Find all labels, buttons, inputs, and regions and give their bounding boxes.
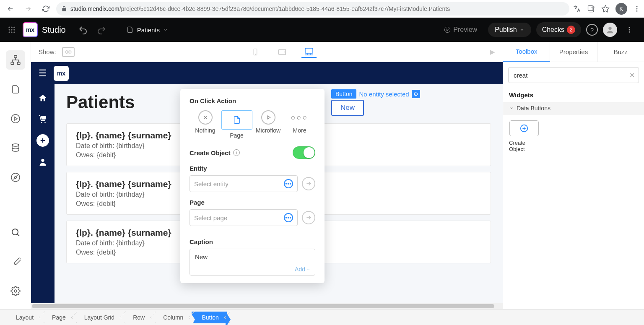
crumb-page[interactable]: Page — [42, 312, 74, 323]
crumb-column[interactable]: Column — [153, 312, 192, 323]
mendix-logo[interactable]: mx — [23, 22, 38, 37]
overflow-menu[interactable] — [622, 23, 636, 37]
studio-topbar: mx Studio Patients Preview Publish Check… — [0, 18, 644, 42]
rail-page-icon[interactable] — [6, 80, 25, 99]
show-label: Show: — [39, 48, 56, 55]
info-icon[interactable]: i — [233, 149, 240, 156]
crumb-button[interactable]: Button — [192, 312, 227, 323]
device-phone-icon[interactable] — [248, 46, 263, 58]
svg-rect-19 — [11, 62, 14, 64]
translate-icon[interactable] — [573, 5, 581, 13]
entity-picker-icon[interactable]: ••• — [284, 179, 293, 188]
studio-title: Studio — [42, 25, 66, 35]
svg-point-24 — [12, 229, 18, 235]
widgets-header: Widgets — [503, 88, 644, 102]
page-goto-icon[interactable] — [302, 211, 315, 224]
rail-brush-icon[interactable] — [6, 252, 25, 271]
back-button[interactable] — [3, 2, 18, 16]
create-object-toggle[interactable] — [293, 146, 315, 159]
profile-avatar[interactable]: K — [615, 3, 627, 15]
rail-play-icon[interactable] — [6, 109, 25, 128]
search-clear-icon[interactable]: ✕ — [629, 71, 635, 79]
toolbox-search-input[interactable] — [508, 67, 639, 83]
device-bar: Show: ▶ — [31, 42, 503, 62]
action-more[interactable]: ○○○ More — [284, 110, 315, 139]
horizontal-scrollbar[interactable] — [31, 303, 503, 309]
page-logo: mx — [54, 66, 69, 81]
rail-tree-icon[interactable] — [6, 50, 25, 70]
svg-point-25 — [14, 290, 17, 292]
forward-button[interactable] — [21, 2, 35, 16]
breadcrumb-bar: Layout Page Layout Grid Row Column Butto… — [0, 309, 644, 325]
publish-button[interactable]: Publish — [488, 23, 531, 37]
nav-cart-icon[interactable] — [37, 113, 49, 125]
tab-buzz[interactable]: Buzz — [597, 42, 644, 62]
selection-settings-icon[interactable]: ⚙ — [412, 90, 420, 98]
action-microflow[interactable]: Microflow — [252, 110, 284, 139]
nav-home-icon[interactable] — [37, 92, 49, 104]
widget-create-object[interactable]: Create Object — [503, 114, 545, 158]
page-label: Page — [190, 199, 315, 206]
page-doc-icon — [221, 110, 252, 130]
svg-point-30 — [285, 52, 285, 52]
on-click-action-panel: On Click Action Nothing Page Microflow — [180, 89, 325, 283]
right-panel: Toolbox Properties Buzz ✕ Widgets Data B… — [503, 42, 644, 309]
redo-button[interactable] — [96, 25, 106, 35]
canvas-next-arrow[interactable]: ▶ — [490, 48, 495, 56]
visibility-toggle[interactable] — [62, 47, 75, 57]
caption-input[interactable]: New Add — [190, 249, 315, 276]
checks-button[interactable]: Checks 2 — [536, 22, 581, 37]
panel-title: On Click Action — [190, 97, 315, 104]
rail-settings-icon[interactable] — [6, 281, 25, 301]
left-rail — [0, 42, 31, 309]
lock-icon — [61, 6, 67, 12]
canvas: Show: ▶ ☰ mx — [31, 42, 503, 309]
svg-point-9 — [13, 29, 15, 30]
crumb-layoutgrid[interactable]: Layout Grid — [74, 312, 123, 323]
tab-toolbox[interactable]: Toolbox — [503, 42, 550, 62]
group-data-buttons[interactable]: Data Buttons — [503, 102, 644, 114]
caption-add-link[interactable]: Add — [295, 266, 311, 273]
page-select[interactable]: Select page ••• — [190, 209, 298, 226]
rail-search-icon[interactable] — [6, 223, 25, 242]
nav-user-icon[interactable] — [37, 156, 49, 168]
hamburger-icon[interactable]: ☰ — [39, 68, 47, 79]
user-menu[interactable] — [603, 23, 617, 37]
crumb-layout[interactable]: Layout — [6, 312, 42, 323]
svg-point-2 — [636, 8, 638, 10]
entity-select[interactable]: Select entity ••• — [190, 175, 298, 192]
document-breadcrumb[interactable]: Patients — [126, 26, 168, 34]
browser-menu-icon[interactable] — [633, 5, 641, 13]
svg-point-6 — [13, 27, 15, 28]
action-nothing[interactable]: Nothing — [190, 110, 221, 139]
reload-button[interactable] — [39, 2, 53, 16]
device-desktop-icon[interactable] — [301, 46, 317, 58]
entity-label: Entity — [190, 165, 315, 172]
help-button[interactable]: ? — [586, 24, 598, 36]
undo-button[interactable] — [78, 25, 88, 35]
rail-database-icon[interactable] — [6, 138, 25, 158]
svg-rect-27 — [254, 49, 257, 55]
star-icon[interactable] — [601, 5, 610, 13]
page-picker-icon[interactable]: ••• — [284, 213, 293, 222]
browser-bar: studio.mendix.com/project/5c12d46c-d6ce-… — [0, 0, 644, 18]
preview-button[interactable]: Preview — [438, 23, 483, 37]
svg-point-28 — [255, 54, 256, 55]
page-sidebar — [31, 62, 55, 309]
play-icon — [261, 110, 275, 125]
crumb-row[interactable]: Row — [123, 312, 153, 323]
share-icon[interactable] — [587, 5, 595, 13]
entity-goto-icon[interactable] — [302, 177, 315, 190]
svg-point-4 — [9, 27, 10, 28]
selection-overlay: Button No entity selected ⚙ New — [331, 89, 420, 116]
plus-circle-icon — [509, 120, 539, 136]
apps-grid-icon[interactable] — [8, 26, 23, 34]
rail-compass-icon[interactable] — [6, 168, 25, 187]
tab-properties[interactable]: Properties — [550, 42, 597, 62]
address-bar[interactable]: studio.mendix.com/project/5c12d46c-d6ce-… — [56, 2, 569, 16]
action-page[interactable]: Page — [221, 110, 252, 139]
new-button[interactable]: New — [331, 100, 364, 116]
device-tablet-icon[interactable] — [275, 46, 290, 58]
nav-add-icon[interactable] — [36, 134, 49, 147]
svg-point-12 — [13, 31, 15, 33]
